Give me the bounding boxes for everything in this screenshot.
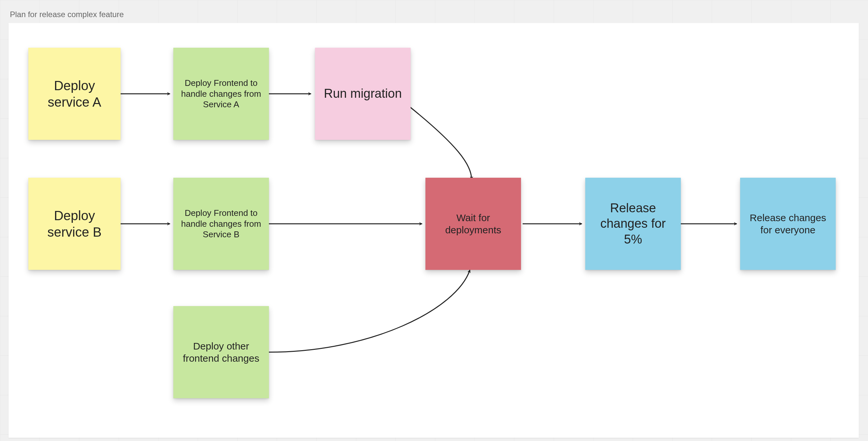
note-wait-deployments[interactable]: Wait for deployments: [426, 178, 521, 270]
note-other-frontend[interactable]: Deploy other frontend changes: [173, 306, 269, 398]
note-run-migration[interactable]: Run migration: [315, 48, 411, 140]
note-release-5pct[interactable]: Release changes for 5%: [585, 178, 681, 270]
note-frontend-b[interactable]: Deploy Frontend to handle changes from S…: [173, 178, 269, 270]
arrow: [410, 107, 471, 179]
note-deploy-service-a[interactable]: Deploy service A: [28, 48, 121, 140]
arrow: [269, 270, 470, 352]
note-release-everyone[interactable]: Release changes for everyone: [740, 178, 836, 270]
note-deploy-service-b[interactable]: Deploy service B: [28, 178, 121, 270]
frame-title: Plan for release complex feature: [10, 10, 124, 19]
note-frontend-a[interactable]: Deploy Frontend to handle changes from S…: [173, 48, 269, 140]
diagram-frame[interactable]: Deploy service A Deploy Frontend to hand…: [8, 23, 859, 438]
